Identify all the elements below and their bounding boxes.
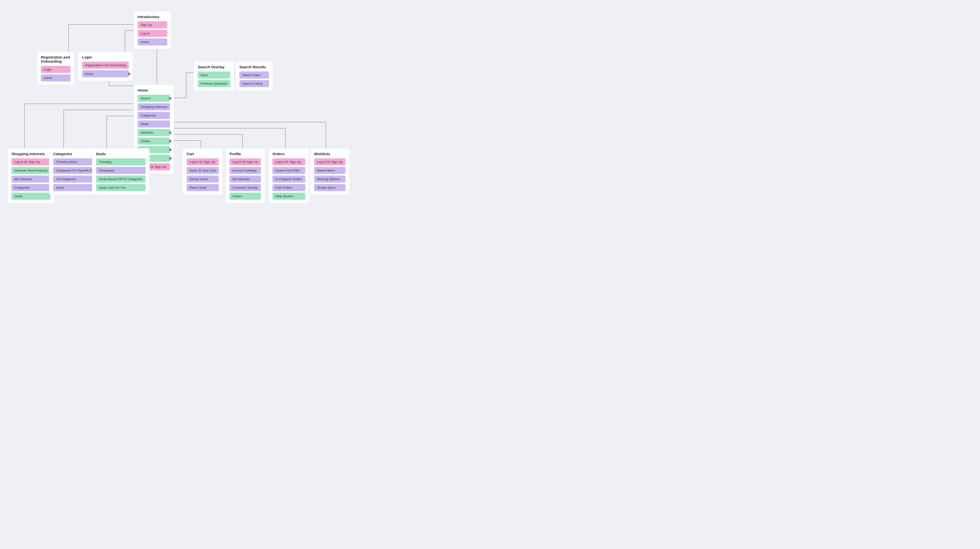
node-search-results-title: Search Results xyxy=(239,65,269,69)
search-overlay-item-previous[interactable]: Previous Searches xyxy=(198,80,230,87)
orders-item-login[interactable]: Log In Or Sign Up xyxy=(272,159,305,165)
node-introductory: Introductory Sign Up Log In Home xyxy=(134,11,172,49)
si-item-login[interactable]: Log In Or Sign Up xyxy=(11,159,51,165)
wishlists-item-sharing[interactable]: Sharing Options xyxy=(314,176,345,182)
deals-item-giveaways[interactable]: Giveaways xyxy=(96,167,146,174)
si-item-interests[interactable]: My Interests xyxy=(11,176,51,182)
login-item-home[interactable]: Home xyxy=(82,70,129,77)
login-item-registration[interactable]: Registration And Onboarding xyxy=(82,62,129,69)
node-wishlists-title: Wishlists xyxy=(314,152,345,156)
wishlists-item-login[interactable]: Log In Or Sign Up xyxy=(314,159,345,165)
cart-item-login[interactable]: Log In Or Sign Up xyxy=(187,159,219,165)
cart-item-order[interactable]: Place Order xyxy=(187,184,219,191)
search-overlay-item-input[interactable]: Input xyxy=(198,71,230,79)
node-home-title: Home xyxy=(138,88,170,92)
orders-item-inprogress[interactable]: In Progress Orders xyxy=(272,176,305,182)
node-orders-title: Orders xyxy=(272,152,305,156)
node-search-overlay-title: Search Overlay xyxy=(198,65,230,69)
node-orders: Orders Log In Or Sign Up Search And Filt… xyxy=(268,148,309,203)
si-item-discover[interactable]: Discover New Products xyxy=(11,167,51,174)
home-item-deals[interactable]: Deals xyxy=(138,121,170,127)
node-registration: Registration andOnboarding Login Home xyxy=(37,51,75,85)
registration-item-home[interactable]: Home xyxy=(41,75,70,81)
node-introductory-title: Introductory xyxy=(138,15,167,19)
node-profile-title: Profile xyxy=(229,152,261,156)
node-registration-title: Registration andOnboarding xyxy=(41,55,70,63)
node-wishlists: Wishlists Log In Or Sign Up Saved Items … xyxy=(310,148,350,195)
node-deals: Deals Trending Giveaways Deals Based Off… xyxy=(92,148,150,195)
search-results-item-input[interactable]: Search Input xyxy=(239,71,269,79)
node-deals-title: Deals xyxy=(96,152,146,156)
si-item-categories[interactable]: Categories xyxy=(11,184,51,191)
home-item-categories[interactable]: Categories xyxy=(138,112,170,119)
node-search-results: Search Results Search Input Search Listi… xyxy=(235,61,273,91)
deals-item-foryou[interactable]: Deals Just For You xyxy=(96,184,146,191)
introductory-item-login[interactable]: Log In xyxy=(138,30,167,37)
cart-item-similar[interactable]: Similar Items xyxy=(187,176,219,182)
node-shopping-interests: Shopping Interests Log In Or Sign Up Dis… xyxy=(7,148,55,203)
search-results-item-listing[interactable]: Search Listing xyxy=(239,80,269,87)
diagram-container: Introductory Sign Up Log In Home Registr… xyxy=(0,0,980,549)
profile-item-login[interactable]: Log In Or Sign Up xyxy=(229,159,261,165)
node-login: Login Registration And Onboarding Home xyxy=(78,51,133,81)
registration-item-login[interactable]: Login xyxy=(41,66,70,73)
wishlists-item-saved[interactable]: Saved Items xyxy=(314,167,345,174)
introductory-item-home[interactable]: Home xyxy=(138,38,167,46)
node-search-overlay: Search Overlay Input Previous Searches xyxy=(194,61,234,91)
deals-item-categories[interactable]: Deals Based Off Of Categories xyxy=(96,176,146,182)
cart-item-items[interactable]: Items To Your Cart xyxy=(187,167,219,174)
node-cart-title: Cart xyxy=(187,152,219,156)
connectors-svg xyxy=(0,0,980,549)
orders-item-search[interactable]: Search And Filter xyxy=(272,167,305,174)
node-shopping-interests-title: Shopping Interests xyxy=(11,152,51,156)
profile-item-service[interactable]: Customer Service xyxy=(229,184,261,191)
si-item-deals[interactable]: Deals xyxy=(11,193,51,200)
orders-item-past[interactable]: Past Orders xyxy=(272,184,305,191)
node-cart: Cart Log In Or Sign Up Items To Your Car… xyxy=(183,148,223,195)
node-profile: Profile Log In Or Sign Up Account Settin… xyxy=(225,148,265,203)
node-login-title: Login xyxy=(82,55,129,59)
home-item-search[interactable]: Search xyxy=(138,95,170,102)
deals-item-trending[interactable]: Trending xyxy=(96,159,146,165)
home-item-wishlists[interactable]: Wishlists xyxy=(138,129,170,136)
home-item-orders[interactable]: Orders xyxy=(138,138,170,144)
home-item-shopping-interests[interactable]: Shopping Interests xyxy=(138,103,170,110)
profile-item-interests[interactable]: My Interests xyxy=(229,176,261,182)
profile-item-settings[interactable]: Account Settings xyxy=(229,167,261,174)
orders-item-help[interactable]: Help Section xyxy=(272,193,305,200)
profile-item-orders[interactable]: Orders xyxy=(229,193,261,200)
wishlists-item-similar[interactable]: Similar Items xyxy=(314,184,345,191)
introductory-item-signup[interactable]: Sign Up xyxy=(138,21,167,29)
